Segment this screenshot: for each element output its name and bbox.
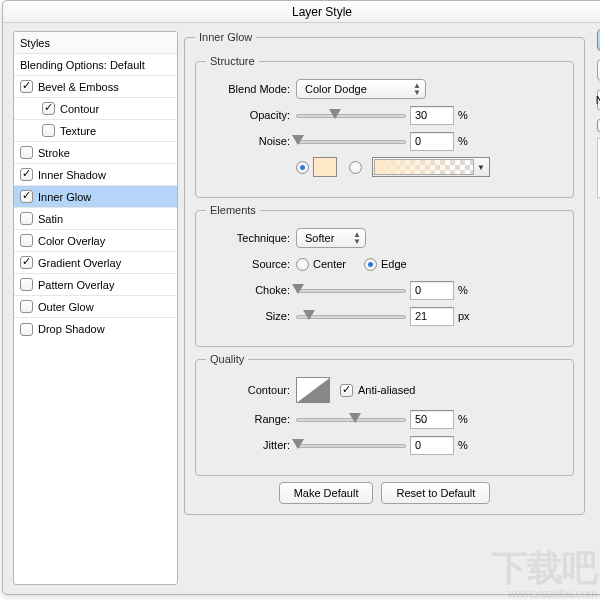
- range-slider[interactable]: [296, 411, 406, 427]
- sidebar-item-label: Contour: [60, 103, 99, 115]
- opacity-label: Opacity:: [206, 109, 296, 121]
- source-edge-radio[interactable]: [364, 258, 377, 271]
- sidebar-item-bevel-emboss[interactable]: Bevel & Emboss: [14, 76, 177, 98]
- sidebar-item-label: Inner Shadow: [38, 169, 106, 181]
- size-row: Size: 21 px: [206, 306, 563, 326]
- jitter-label: Jitter:: [206, 439, 296, 451]
- size-label: Size:: [206, 310, 296, 322]
- sidebar-checkbox[interactable]: [20, 190, 33, 203]
- source-row: Source: Center Edge: [206, 254, 563, 274]
- sidebar-item-label: Bevel & Emboss: [38, 81, 119, 93]
- source-center-radio[interactable]: [296, 258, 309, 271]
- updown-icon: ▲▼: [413, 82, 421, 96]
- sidebar-item-pattern-overlay[interactable]: Pattern Overlay: [14, 274, 177, 296]
- blend-mode-value: Color Dodge: [305, 83, 367, 95]
- contour-picker[interactable]: [296, 377, 330, 403]
- technique-select[interactable]: Softer ▲▼: [296, 228, 366, 248]
- elements-group: Elements Technique: Softer ▲▼ Source: Ce…: [195, 204, 574, 347]
- sidebar-checkbox[interactable]: [20, 234, 33, 247]
- sidebar-item-label: Outer Glow: [38, 301, 94, 313]
- sidebar-item-label: Texture: [60, 125, 96, 137]
- default-buttons-row: Make Default Reset to Default: [195, 482, 574, 504]
- sidebar-item-label: Stroke: [38, 147, 70, 159]
- opacity-input[interactable]: 30: [410, 106, 454, 125]
- range-label: Range:: [206, 413, 296, 425]
- sidebar-blending-options[interactable]: Blending Options: Default: [14, 54, 177, 76]
- sidebar-checkbox[interactable]: [20, 323, 33, 336]
- gradient-swatch: [374, 159, 474, 175]
- sidebar-checkbox[interactable]: [20, 300, 33, 313]
- sidebar-item-contour[interactable]: Contour: [14, 98, 177, 120]
- choke-unit: %: [458, 284, 468, 296]
- structure-legend: Structure: [206, 55, 259, 67]
- choke-row: Choke: 0 %: [206, 280, 563, 300]
- sidebar-item-gradient-overlay[interactable]: Gradient Overlay: [14, 252, 177, 274]
- blend-mode-select[interactable]: Color Dodge ▲▼: [296, 79, 426, 99]
- layer-style-dialog: Layer Style Styles Blending Options: Def…: [2, 0, 600, 595]
- sidebar-item-stroke[interactable]: Stroke: [14, 142, 177, 164]
- noise-row: Noise: 0 %: [206, 131, 563, 151]
- elements-legend: Elements: [206, 204, 260, 216]
- jitter-unit: %: [458, 439, 468, 451]
- opacity-row: Opacity: 30 %: [206, 105, 563, 125]
- chevron-down-icon[interactable]: ▼: [474, 163, 488, 172]
- fill-gradient-radio[interactable]: [349, 161, 362, 174]
- structure-group: Structure Blend Mode: Color Dodge ▲▼ Opa…: [195, 55, 574, 198]
- choke-input[interactable]: 0: [410, 281, 454, 300]
- main-panel: Inner Glow Structure Blend Mode: Color D…: [184, 23, 591, 593]
- noise-label: Noise:: [206, 135, 296, 147]
- choke-slider[interactable]: [296, 282, 406, 298]
- sidebar-header[interactable]: Styles: [14, 32, 177, 54]
- blend-mode-row: Blend Mode: Color Dodge ▲▼: [206, 79, 563, 99]
- sidebar-item-drop-shadow[interactable]: Drop Shadow: [14, 318, 177, 340]
- sidebar-checkbox[interactable]: [20, 212, 33, 225]
- sidebar-checkbox[interactable]: [20, 256, 33, 269]
- sidebar-item-inner-shadow[interactable]: Inner Shadow: [14, 164, 177, 186]
- sidebar-checkbox[interactable]: [42, 124, 55, 137]
- sidebar-item-texture[interactable]: Texture: [14, 120, 177, 142]
- gradient-picker[interactable]: ▼: [372, 157, 490, 177]
- opacity-slider[interactable]: [296, 107, 406, 123]
- size-input[interactable]: 21: [410, 307, 454, 326]
- sidebar-item-color-overlay[interactable]: Color Overlay: [14, 230, 177, 252]
- styles-sidebar: Styles Blending Options: Default Bevel &…: [13, 31, 178, 585]
- sidebar-checkbox[interactable]: [20, 146, 33, 159]
- sidebar-checkbox[interactable]: [42, 102, 55, 115]
- range-row: Range: 50 %: [206, 409, 563, 429]
- sidebar-item-label: Drop Shadow: [38, 323, 105, 335]
- sidebar-item-satin[interactable]: Satin: [14, 208, 177, 230]
- noise-input[interactable]: 0: [410, 132, 454, 151]
- inner-glow-legend: Inner Glow: [195, 31, 256, 43]
- contour-row: Contour: Anti-aliased: [206, 377, 563, 403]
- blending-options-label: Blending Options: Default: [20, 59, 145, 71]
- jitter-slider[interactable]: [296, 437, 406, 453]
- sidebar-checkbox[interactable]: [20, 278, 33, 291]
- sidebar-item-label: Inner Glow: [38, 191, 91, 203]
- make-default-button[interactable]: Make Default: [279, 482, 374, 504]
- choke-label: Choke:: [206, 284, 296, 296]
- noise-unit: %: [458, 135, 468, 147]
- inner-glow-group: Inner Glow Structure Blend Mode: Color D…: [184, 31, 585, 515]
- window-title: Layer Style: [3, 1, 600, 23]
- sidebar-checkbox[interactable]: [20, 80, 33, 93]
- technique-label: Technique:: [206, 232, 296, 244]
- range-input[interactable]: 50: [410, 410, 454, 429]
- source-center-label: Center: [313, 258, 346, 270]
- fill-solid-radio[interactable]: [296, 161, 309, 174]
- sidebar-item-outer-glow[interactable]: Outer Glow: [14, 296, 177, 318]
- quality-group: Quality Contour: Anti-aliased Range: 50: [195, 353, 574, 476]
- content-area: Styles Blending Options: Default Bevel &…: [3, 23, 600, 593]
- technique-value: Softer: [305, 232, 334, 244]
- source-label: Source:: [206, 258, 296, 270]
- reset-default-button[interactable]: Reset to Default: [381, 482, 490, 504]
- sidebar-item-inner-glow[interactable]: Inner Glow: [14, 186, 177, 208]
- antialias-checkbox[interactable]: [340, 384, 353, 397]
- solid-color-swatch[interactable]: [313, 157, 337, 177]
- size-slider[interactable]: [296, 308, 406, 324]
- source-edge-label: Edge: [381, 258, 407, 270]
- sidebar-checkbox[interactable]: [20, 168, 33, 181]
- jitter-input[interactable]: 0: [410, 436, 454, 455]
- noise-slider[interactable]: [296, 133, 406, 149]
- jitter-row: Jitter: 0 %: [206, 435, 563, 455]
- updown-icon: ▲▼: [353, 231, 361, 245]
